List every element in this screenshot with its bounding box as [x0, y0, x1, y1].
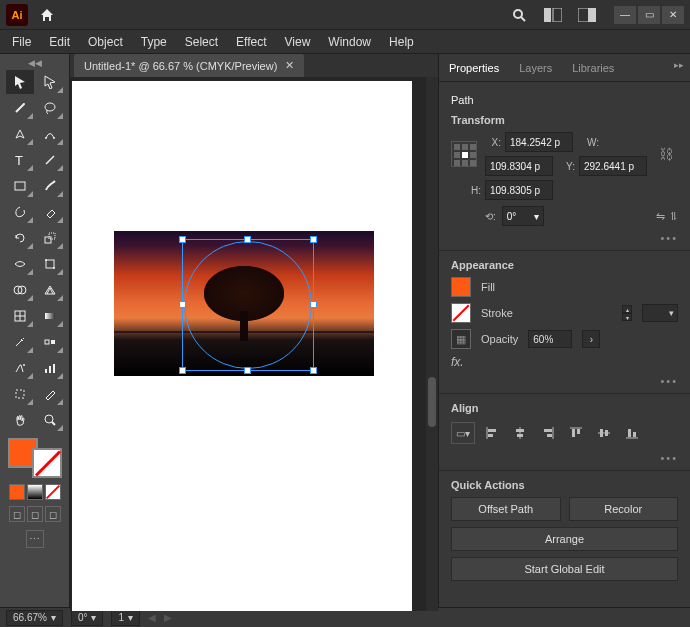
- align-vcenter-icon[interactable]: [593, 422, 615, 444]
- tab-layers[interactable]: Layers: [509, 56, 562, 80]
- resize-handle[interactable]: [244, 367, 251, 374]
- none-mode-icon[interactable]: [45, 484, 61, 500]
- gradient-mode-icon[interactable]: [27, 484, 43, 500]
- align-top-icon[interactable]: [565, 422, 587, 444]
- selection-tool[interactable]: [6, 70, 34, 94]
- magic-wand-tool[interactable]: [6, 96, 34, 120]
- perspective-grid-tool[interactable]: [36, 278, 64, 302]
- menu-window[interactable]: Window: [322, 33, 377, 51]
- shaper-tool[interactable]: [6, 200, 34, 224]
- eyedropper-tool[interactable]: [6, 330, 34, 354]
- artboard-prev-icon[interactable]: ◀: [148, 612, 156, 623]
- align-left-icon[interactable]: [481, 422, 503, 444]
- rotation-dropdown[interactable]: 0°▾: [71, 610, 104, 626]
- h-input[interactable]: 109.8305 p: [485, 180, 553, 200]
- rotate-tool[interactable]: [6, 226, 34, 250]
- resize-handle[interactable]: [179, 301, 186, 308]
- draw-normal-icon[interactable]: ◻: [9, 506, 25, 522]
- y-input[interactable]: 292.6441 p: [579, 156, 647, 176]
- close-tab-icon[interactable]: ✕: [285, 59, 294, 72]
- fill-color-swatch[interactable]: [451, 277, 471, 297]
- more-options-icon[interactable]: •••: [451, 232, 678, 244]
- paintbrush-tool[interactable]: [36, 174, 64, 198]
- tab-libraries[interactable]: Libraries: [562, 56, 624, 80]
- line-segment-tool[interactable]: [36, 148, 64, 172]
- color-mode-icon[interactable]: [9, 484, 25, 500]
- scrollbar-thumb[interactable]: [428, 377, 436, 427]
- menu-edit[interactable]: Edit: [43, 33, 76, 51]
- stroke-weight-down[interactable]: ▾: [622, 313, 632, 321]
- toolbar-collapse-icon[interactable]: ◀◀: [28, 58, 42, 68]
- panel-menu-icon[interactable]: ▸▸: [674, 60, 684, 70]
- draw-behind-icon[interactable]: ◻: [27, 506, 43, 522]
- stroke-swatch[interactable]: [32, 448, 62, 478]
- offset-path-button[interactable]: Offset Path: [451, 497, 561, 521]
- zoom-dropdown[interactable]: 66.67%▾: [6, 610, 63, 626]
- menu-view[interactable]: View: [279, 33, 317, 51]
- workspace-switch-icon[interactable]: [540, 2, 566, 28]
- menu-type[interactable]: Type: [135, 33, 173, 51]
- home-icon[interactable]: [36, 4, 58, 26]
- scale-tool[interactable]: [36, 226, 64, 250]
- opacity-more-icon[interactable]: ›: [582, 330, 600, 348]
- slice-tool[interactable]: [36, 382, 64, 406]
- artboard[interactable]: [72, 81, 412, 611]
- edit-toolbar-button[interactable]: ⋯: [26, 530, 44, 548]
- draw-inside-icon[interactable]: ◻: [45, 506, 61, 522]
- appearance-more-icon[interactable]: •••: [451, 375, 678, 387]
- menu-select[interactable]: Select: [179, 33, 224, 51]
- width-tool[interactable]: [6, 252, 34, 276]
- document-tab[interactable]: Untitled-1* @ 66.67 % (CMYK/Preview) ✕: [74, 54, 304, 77]
- stroke-profile-dropdown[interactable]: ▾: [642, 304, 678, 322]
- menu-file[interactable]: File: [6, 33, 37, 51]
- lasso-tool[interactable]: [36, 96, 64, 120]
- opacity-input[interactable]: 60%: [528, 330, 572, 348]
- blend-tool[interactable]: [36, 330, 64, 354]
- artboard-nav-dropdown[interactable]: 1▾: [111, 610, 140, 626]
- rectangle-tool[interactable]: [6, 174, 34, 198]
- mesh-tool[interactable]: [6, 304, 34, 328]
- menu-object[interactable]: Object: [82, 33, 129, 51]
- recolor-button[interactable]: Recolor: [569, 497, 679, 521]
- menu-help[interactable]: Help: [383, 33, 420, 51]
- direct-selection-tool[interactable]: [36, 70, 64, 94]
- align-bottom-icon[interactable]: [621, 422, 643, 444]
- start-global-edit-button[interactable]: Start Global Edit: [451, 557, 678, 581]
- tab-properties[interactable]: Properties: [439, 56, 509, 80]
- document-setup-icon[interactable]: [574, 2, 600, 28]
- maximize-button[interactable]: ▭: [638, 6, 660, 24]
- hand-tool[interactable]: [6, 408, 34, 432]
- canvas[interactable]: [70, 77, 438, 611]
- resize-handle[interactable]: [310, 367, 317, 374]
- selection-bounding-box[interactable]: [182, 239, 314, 371]
- align-right-icon[interactable]: [537, 422, 559, 444]
- shape-builder-tool[interactable]: [6, 278, 34, 302]
- free-transform-tool[interactable]: [36, 252, 64, 276]
- resize-handle[interactable]: [310, 301, 317, 308]
- resize-handle[interactable]: [179, 236, 186, 243]
- artboard-next-icon[interactable]: ▶: [164, 612, 172, 623]
- column-graph-tool[interactable]: [36, 356, 64, 380]
- align-to-dropdown[interactable]: ▭▾: [451, 422, 475, 444]
- eraser-tool[interactable]: [36, 200, 64, 224]
- flip-horizontal-icon[interactable]: ⇋: [656, 210, 665, 223]
- artboard-tool[interactable]: [6, 382, 34, 406]
- zoom-tool[interactable]: [36, 408, 64, 432]
- curvature-tool[interactable]: [36, 122, 64, 146]
- opacity-swatch-icon[interactable]: ▦: [451, 329, 471, 349]
- search-icon[interactable]: [506, 2, 532, 28]
- stroke-color-swatch[interactable]: [451, 303, 471, 323]
- close-window-button[interactable]: ✕: [662, 6, 684, 24]
- type-tool[interactable]: T: [6, 148, 34, 172]
- align-hcenter-icon[interactable]: [509, 422, 531, 444]
- pen-tool[interactable]: [6, 122, 34, 146]
- constrain-proportions-icon[interactable]: ⛓: [659, 146, 673, 162]
- minimize-button[interactable]: —: [614, 6, 636, 24]
- flip-vertical-icon[interactable]: ⥮: [669, 210, 678, 223]
- gradient-tool[interactable]: [36, 304, 64, 328]
- resize-handle[interactable]: [310, 236, 317, 243]
- align-more-icon[interactable]: •••: [451, 452, 678, 464]
- vertical-scrollbar[interactable]: [426, 77, 438, 611]
- fx-button[interactable]: fx.: [451, 355, 678, 369]
- menu-effect[interactable]: Effect: [230, 33, 272, 51]
